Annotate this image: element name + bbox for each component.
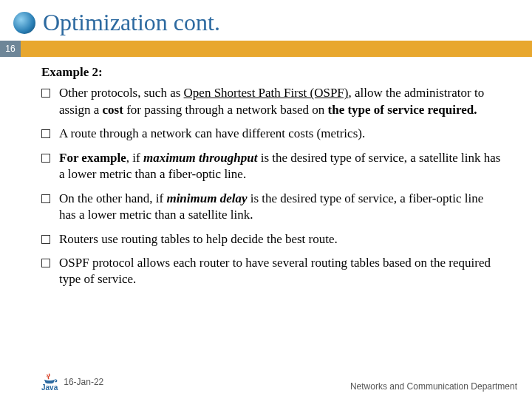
text-fragment: Other protocols, such as bbox=[59, 86, 184, 100]
for-example-term: For example bbox=[59, 151, 126, 165]
list-item: A route through a network can have diffe… bbox=[41, 126, 502, 142]
slide-content: Example 2: Other protocols, such as Open… bbox=[0, 57, 532, 399]
max-throughput-term: maximum throughput bbox=[143, 151, 257, 165]
footer-department: Networks and Communication Department bbox=[350, 381, 517, 392]
footer-left: Java 16-Jan-22 bbox=[41, 372, 103, 392]
list-item: On the other hand, if minimum delay is t… bbox=[41, 191, 502, 224]
ospf-term: Open Shortest Path First (OSPF) bbox=[184, 86, 349, 100]
min-delay-term: minimum delay bbox=[166, 191, 247, 205]
text-fragment: Routers use routing tables to help decid… bbox=[59, 232, 338, 246]
text-fragment: On the other hand, if bbox=[59, 191, 166, 205]
list-item: Other protocols, such as Open Shortest P… bbox=[41, 85, 502, 118]
text-fragment: A route through a network can have diffe… bbox=[59, 126, 365, 140]
list-item: For example, if maximum throughput is th… bbox=[41, 150, 502, 183]
text-fragment: for passing through a network based on bbox=[123, 103, 328, 117]
java-logo-icon: Java bbox=[41, 372, 58, 392]
example-label: Example 2: bbox=[41, 64, 502, 81]
accent-band: 16 bbox=[0, 41, 532, 57]
text-fragment: , if bbox=[126, 151, 143, 165]
page-number: 16 bbox=[0, 41, 21, 57]
text-fragment: OSPF protocol allows each router to have… bbox=[59, 256, 491, 286]
slide-title: Optimization cont. bbox=[43, 9, 220, 36]
slide-footer: Java 16-Jan-22 Networks and Communicatio… bbox=[0, 372, 532, 392]
slide: Optimization cont. 16 Example 2: Other p… bbox=[0, 0, 532, 399]
globe-icon bbox=[13, 12, 35, 34]
slide-header: Optimization cont. bbox=[0, 0, 532, 41]
list-item: OSPF protocol allows each router to have… bbox=[41, 255, 502, 288]
footer-date: 16-Jan-22 bbox=[64, 377, 103, 387]
list-item: Routers use routing tables to help decid… bbox=[41, 231, 502, 248]
cost-term: cost bbox=[103, 103, 123, 117]
tos-term: the type of service required. bbox=[328, 103, 477, 117]
java-logo-text: Java bbox=[41, 384, 58, 392]
bullet-list: Other protocols, such as Open Shortest P… bbox=[41, 85, 502, 287]
